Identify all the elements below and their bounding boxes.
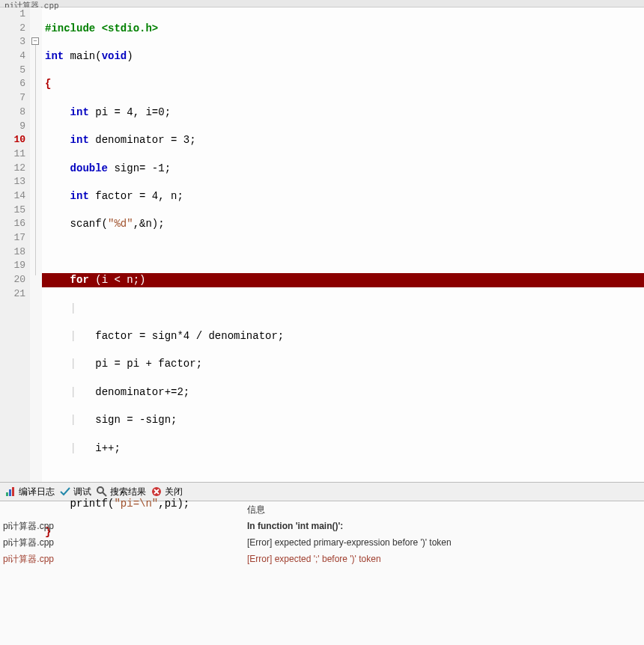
- code-text: denominator = 3;: [89, 134, 196, 146]
- check-icon: [59, 486, 71, 498]
- for-kw: for: [70, 274, 89, 286]
- type-kw: void: [102, 50, 127, 62]
- code-text: ,pi);: [158, 498, 189, 510]
- close-icon: [151, 486, 162, 498]
- close-tab[interactable]: 关闭: [151, 486, 183, 498]
- error-file: pi计算器.cpp: [0, 520, 247, 533]
- search-icon: [96, 486, 108, 498]
- debug-label: 调试: [73, 486, 91, 498]
- line-number: 8: [0, 106, 25, 120]
- svg-rect-0: [6, 492, 8, 496]
- string-literal: "%d": [108, 218, 133, 230]
- string-literal: "pi=\n": [114, 498, 158, 510]
- code-text: sign = -sign;: [95, 414, 177, 426]
- line-number: 21: [0, 287, 25, 302]
- open-brace: {: [45, 78, 51, 90]
- line-number: 17: [0, 231, 25, 245]
- code-editor[interactable]: 1 2 3 4 5 6 7 8 9 10 11 12 13 14 15 16 1…: [0, 7, 644, 482]
- line-number: 9: [0, 120, 25, 134]
- code-text: i++;: [95, 442, 121, 454]
- code-text: ,&n);: [133, 218, 165, 230]
- code-text: factor = sign*4 / denominator;: [95, 330, 284, 342]
- type-kw: int: [70, 190, 89, 202]
- line-number: 4: [0, 49, 25, 64]
- fold-column: −: [30, 7, 42, 482]
- error-message: [Error] expected primary-expression befo…: [247, 537, 644, 548]
- svg-rect-2: [12, 487, 14, 496]
- close-label: 关闭: [165, 486, 183, 498]
- code-text: factor = 4, n;: [89, 190, 183, 202]
- debug-tab[interactable]: 调试: [59, 486, 91, 498]
- code-text: sign= -1;: [108, 162, 171, 174]
- line-number: 2: [0, 22, 25, 36]
- line-number: 1: [0, 7, 25, 22]
- line-number: 20: [0, 273, 25, 287]
- tab-bar: pi计算器.cpp: [0, 0, 644, 7]
- line-number: 18: [0, 245, 25, 260]
- line-number: 13: [0, 175, 25, 189]
- line-number: 19: [0, 259, 25, 273]
- code-text: (i < n;): [89, 274, 146, 286]
- error-file: pi计算器.cpp: [0, 537, 247, 549]
- code-text: denominator+=2;: [95, 386, 189, 398]
- line-number: 16: [0, 217, 25, 231]
- preproc: #include: [45, 22, 95, 34]
- error-file: pi计算器.cpp: [0, 553, 247, 566]
- svg-line-4: [103, 492, 106, 496]
- search-results-tab[interactable]: 搜索结果: [96, 486, 146, 498]
- chart-icon: [4, 486, 16, 498]
- line-number: 14: [0, 189, 25, 204]
- error-line-marker[interactable]: 10: [0, 133, 25, 147]
- type-kw: int: [45, 50, 64, 62]
- header-name: <stdio.h>: [102, 22, 159, 34]
- line-number: 11: [0, 147, 25, 162]
- fn-name: main: [64, 50, 95, 62]
- type-kw: double: [70, 162, 108, 174]
- svg-point-3: [97, 487, 103, 493]
- line-number: 7: [0, 91, 25, 106]
- compile-log-label: 编译日志: [19, 486, 55, 498]
- type-kw: int: [70, 134, 89, 146]
- type-kw: int: [70, 106, 89, 118]
- line-number: 3: [0, 35, 25, 49]
- svg-rect-1: [9, 489, 11, 496]
- error-highlight-line[interactable]: for (i < n;): [42, 273, 644, 287]
- fold-guide: [35, 45, 36, 275]
- fn-call: printf(: [70, 498, 115, 510]
- code-text: pi = 4, i=0;: [89, 106, 171, 118]
- info-column-header: 信息: [247, 504, 265, 516]
- code-text: pi = pi + factor;: [95, 358, 202, 370]
- line-number: 12: [0, 162, 25, 176]
- fold-toggle[interactable]: −: [31, 37, 39, 45]
- compile-log-tab[interactable]: 编译日志: [4, 486, 55, 498]
- line-number: 5: [0, 64, 25, 78]
- fn-call: scanf(: [70, 218, 108, 230]
- search-results-label: 搜索结果: [110, 486, 146, 498]
- error-message: [Error] expected ';' before ')' token: [247, 554, 644, 564]
- code-area[interactable]: #include <stdio.h> int main(void) { int …: [42, 7, 644, 482]
- error-message: In function 'int main()':: [247, 521, 644, 531]
- line-gutter: 1 2 3 4 5 6 7 8 9 10 11 12 13 14 15 16 1…: [0, 7, 30, 482]
- line-number: 6: [0, 77, 25, 91]
- line-number: 15: [0, 204, 25, 218]
